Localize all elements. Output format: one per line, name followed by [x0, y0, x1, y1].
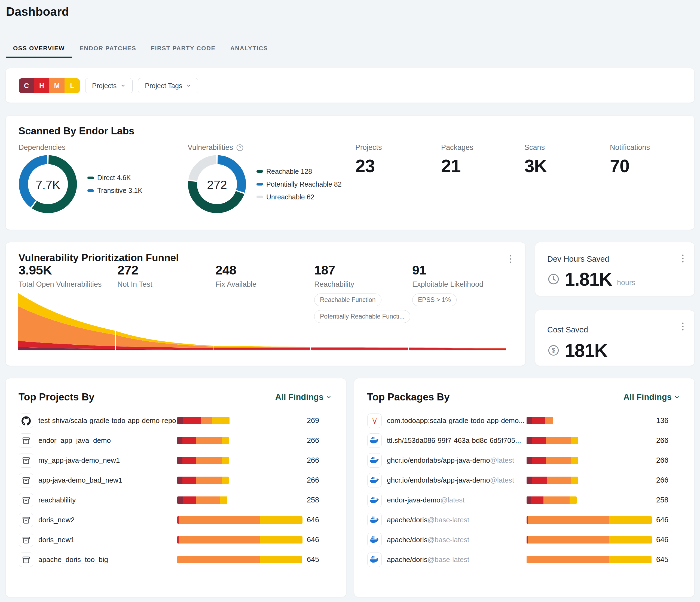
project-tags-dropdown[interactable]: Project Tags	[138, 78, 198, 93]
archive-icon	[19, 453, 33, 468]
list-item[interactable]: endor-java-demo@latest258	[354, 490, 694, 510]
cost-saved-value: 181K	[565, 340, 607, 361]
findings-count: 269	[307, 417, 319, 425]
bar-segment	[177, 457, 182, 464]
bar-segment	[196, 496, 220, 504]
svg-text:7.7K: 7.7K	[36, 178, 60, 191]
bar-segment	[532, 437, 546, 444]
scanned-summary-card: Scanned By Endor Labs Dependencies 7.7K …	[5, 115, 695, 230]
bar-segment	[546, 457, 571, 464]
funnel-stage-not-in-test: 272 Not In Test	[117, 262, 212, 289]
list-item[interactable]: doris_new2646	[6, 510, 346, 530]
top-packages-card: Top Packages By All Findings com.todoapp…	[354, 378, 695, 597]
tab-first-party-code[interactable]: FIRST PARTY CODE	[144, 40, 223, 58]
list-item[interactable]: ghcr.io/endorlabs/app-java-demo@latest26…	[354, 470, 694, 490]
funnel-stage-not-in-test-value: 272	[117, 262, 212, 278]
stat-projects-label: Projects	[355, 143, 382, 152]
legend-label: Reachable 128	[266, 167, 312, 176]
item-name: apache/doris@base-latest	[387, 555, 527, 564]
item-name: ttl.sh/153da086-99f7-463a-bd8c-6d5f705..…	[387, 436, 527, 445]
cost-saved-card: Cost Saved $ 181K	[535, 310, 695, 366]
bar-segment	[222, 457, 229, 464]
legend-item: Direct 4.6K	[88, 174, 142, 182]
severity-medium-button[interactable]: M	[49, 78, 65, 93]
bar-segment	[177, 437, 182, 444]
funnel-area-chart	[17, 290, 507, 352]
item-name: com.todoapp:scala-gradle-todo-app-demo..…	[387, 417, 527, 425]
bar-segment	[532, 457, 546, 464]
list-item[interactable]: app-java-demo_bad_new1266	[6, 470, 346, 490]
list-item[interactable]: com.todoapp:scala-gradle-todo-app-demo..…	[354, 411, 694, 430]
kebab-menu-icon[interactable]	[508, 253, 513, 266]
dev-hours-title: Dev Hours Saved	[547, 255, 609, 264]
severity-high-button[interactable]: H	[34, 78, 49, 93]
kebab-menu-icon[interactable]	[680, 320, 685, 334]
vulnerabilities-segment-unreachable	[193, 160, 216, 180]
stat-projects-value: 23	[355, 156, 382, 176]
dependencies-label-text: Dependencies	[19, 143, 66, 152]
list-item[interactable]: reachablility258	[6, 490, 346, 510]
chevron-down-icon	[674, 394, 680, 400]
bar-segment	[527, 457, 532, 464]
findings-bar	[177, 417, 302, 424]
dev-hours-value-row: 1.81K hours	[547, 268, 635, 290]
vulnerabilities-label-text: Vulnerabilities	[188, 143, 233, 152]
funnel-stage-fix-available-label: Fix Available	[215, 280, 311, 289]
findings-bar	[177, 556, 302, 564]
stat-notifications-value: 70	[610, 156, 650, 176]
list-item[interactable]: my_app-java-demo_new1266	[6, 450, 346, 470]
scanned-card-title: Scanned By Endor Labs	[19, 125, 134, 137]
help-icon[interactable]: ?	[236, 143, 244, 152]
findings-bar	[527, 536, 652, 544]
list-item[interactable]: apache/doris@base-latest645	[354, 550, 694, 570]
chevron-down-icon	[120, 83, 126, 88]
vulnerabilities-donut-chart: 272	[188, 155, 246, 213]
kebab-menu-icon[interactable]	[680, 252, 685, 265]
bar-segment	[527, 556, 609, 564]
list-item[interactable]: test-shiva/scala-gradle-todo-app-demo-re…	[6, 411, 346, 430]
docker-icon	[367, 453, 382, 468]
item-name: apache/doris@base-latest	[387, 535, 527, 544]
clock-icon	[547, 273, 560, 285]
bar-segment	[196, 437, 222, 444]
list-item[interactable]: ghcr.io/endorlabs/app-java-demo@latest26…	[354, 450, 694, 470]
funnel-stage-not-in-test-label: Not In Test	[117, 280, 212, 289]
item-name: app-java-demo_bad_new1	[39, 476, 177, 485]
bar-segment	[212, 417, 229, 424]
top-packages-findings-dropdown[interactable]: All Findings	[622, 392, 681, 402]
tab-analytics[interactable]: ANALYTICS	[223, 40, 275, 58]
list-item[interactable]: apache_doris_too_big645	[6, 550, 346, 570]
list-item[interactable]: apache/doris@base-latest646	[354, 530, 694, 550]
findings-count: 645	[307, 555, 319, 564]
list-item[interactable]: endor_app_java_demo266	[6, 430, 346, 450]
bar-segment	[527, 496, 531, 504]
projects-dropdown[interactable]: Projects	[85, 78, 132, 93]
findings-count: 646	[307, 516, 319, 524]
list-item[interactable]: apache/doris@base-latest646	[354, 510, 694, 530]
bar-segment	[609, 516, 652, 524]
top-projects-findings-dropdown[interactable]: All Findings	[274, 392, 333, 402]
severity-low-button[interactable]: L	[65, 78, 80, 93]
findings-count: 266	[307, 436, 319, 445]
legend-item: Reachable 128	[256, 167, 342, 176]
tab-oss-overview[interactable]: OSS OVERVIEW	[6, 40, 72, 58]
findings-count: 266	[307, 476, 319, 485]
top-projects-card: Top Projects By All Findings test-shiva/…	[5, 378, 346, 597]
bar-segment	[571, 437, 578, 444]
severity-critical-button[interactable]: C	[19, 78, 34, 93]
list-item[interactable]: ttl.sh/153da086-99f7-463a-bd8c-6d5f705..…	[354, 430, 694, 450]
bar-segment	[220, 496, 227, 504]
docker-icon	[367, 493, 382, 507]
archive-icon	[19, 513, 33, 527]
bar-segment	[528, 516, 609, 524]
top-packages-list: com.todoapp:scala-gradle-todo-app-demo..…	[354, 411, 694, 570]
tab-endor-patches[interactable]: ENDOR PATCHES	[72, 40, 144, 58]
list-item[interactable]: doris_new1646	[6, 530, 346, 550]
findings-bar	[527, 516, 652, 524]
stat-packages: Packages 21	[441, 143, 473, 176]
dev-hours-value: 1.81K	[565, 268, 612, 290]
bar-segment	[609, 556, 652, 564]
top-projects-findings-label: All Findings	[275, 392, 323, 402]
item-name: endor-java-demo@latest	[387, 496, 527, 504]
bar-segment	[183, 496, 196, 504]
